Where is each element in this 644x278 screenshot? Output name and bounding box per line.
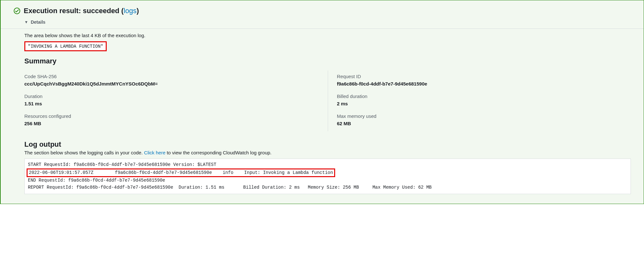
details-label: Details — [31, 20, 45, 25]
cloudwatch-link[interactable]: Click here — [144, 150, 166, 155]
summary-row-billed: Billed duration 2 ms — [337, 94, 625, 106]
summary-row-maxmem: Max memory used 62 MB — [337, 113, 625, 126]
summary-label-requestid: Request ID — [337, 74, 625, 79]
summary-value-sha: ccc/UpCqchVsBggM240Dki1Q5dJmmtMYCnYSOc6D… — [24, 81, 321, 86]
summary-label-duration: Duration — [24, 94, 321, 99]
summary-row-resources: Resources configured 256 MB — [24, 113, 321, 126]
summary-label-sha: Code SHA-256 — [24, 74, 321, 79]
summary-col-right: Request ID f9a6c86b-f0cd-4ddf-b7e7-9d45e… — [328, 70, 631, 131]
summary-label-maxmem: Max memory used — [337, 113, 625, 119]
log-line-start: START RequestId: f9a6c86b-f0cd-4ddf-b7e7… — [28, 161, 627, 168]
log-output-intro: The section below shows the logging call… — [24, 150, 631, 155]
result-logs-close: ) — [136, 7, 139, 15]
result-title-prefix: Execution result: — [24, 7, 83, 15]
summary-title: Summary — [24, 57, 631, 65]
result-output-value: "INVOKING A LAMBDA FUNCTION" — [28, 44, 103, 49]
log-line-end: END RequestId: f9a6c86b-f0cd-4ddf-b7e7-9… — [28, 177, 627, 184]
summary-value-maxmem: 62 MB — [337, 121, 625, 126]
execution-log-intro: The area below shows the last 4 KB of th… — [24, 33, 631, 38]
divider — [1, 29, 644, 29]
summary-value-billed: 2 ms — [337, 101, 625, 106]
log-output-box: START RequestId: f9a6c86b-f0cd-4ddf-b7e7… — [24, 159, 631, 194]
result-content: The area below shows the last 4 KB of th… — [1, 33, 644, 194]
summary-label-resources: Resources configured — [24, 113, 321, 119]
result-status: succeeded — [83, 7, 120, 15]
summary-col-left: Code SHA-256 ccc/UpCqchVsBggM240Dki1Q5dJ… — [24, 70, 328, 131]
log-intro-prefix: The section below shows the logging call… — [24, 150, 144, 155]
result-output-highlight: "INVOKING A LAMBDA FUNCTION" — [24, 41, 107, 51]
summary-grid: Code SHA-256 ccc/UpCqchVsBggM240Dki1Q5dJ… — [24, 70, 631, 131]
summary-value-duration: 1.51 ms — [24, 101, 321, 106]
result-header: Execution result: succeeded (logs) — [1, 0, 644, 15]
summary-value-requestid: f9a6c86b-f0cd-4ddf-b7e7-9d45e681590e — [337, 81, 625, 86]
summary-row-sha: Code SHA-256 ccc/UpCqchVsBggM240Dki1Q5dJ… — [24, 74, 321, 86]
result-title: Execution result: succeeded (logs) — [24, 7, 139, 15]
execution-result-panel: Execution result: succeeded (logs) ▼ Det… — [0, 0, 644, 204]
details-toggle[interactable]: ▼ Details — [24, 20, 644, 25]
log-output-title: Log output — [24, 140, 631, 149]
summary-value-resources: 256 MB — [24, 121, 321, 126]
log-line-info-highlight: 2022-06-06T19:01:57.057Z f9a6c86b-f0cd-4… — [27, 168, 335, 177]
summary-label-billed: Billed duration — [337, 94, 625, 99]
result-logs-open: ( — [119, 7, 123, 15]
log-intro-suffix: to view the corresponding CloudWatch log… — [165, 150, 271, 155]
summary-row-requestid: Request ID f9a6c86b-f0cd-4ddf-b7e7-9d45e… — [337, 74, 625, 86]
logs-link[interactable]: logs — [124, 7, 136, 15]
success-check-icon — [13, 7, 21, 14]
summary-row-duration: Duration 1.51 ms — [24, 94, 321, 106]
log-line-report: REPORT RequestId: f9a6c86b-f0cd-4ddf-b7e… — [28, 184, 627, 191]
caret-down-icon: ▼ — [24, 20, 28, 24]
